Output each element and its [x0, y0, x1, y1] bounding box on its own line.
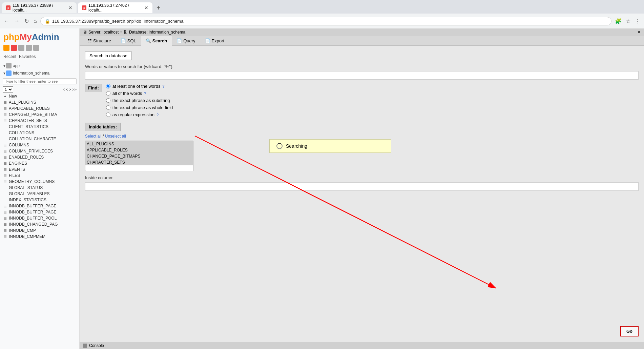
logo-text: phpMyAdmin	[3, 32, 59, 42]
db-info-icon	[6, 70, 12, 76]
sidebar-item-collations[interactable]: ☰ COLLATIONS	[0, 130, 79, 136]
tab-query[interactable]: 📄 Query	[172, 36, 200, 46]
browser-tab-1[interactable]: p 118.193.36.37:23889 / localh... ✕	[2, 2, 77, 13]
sidebar-tabs: Recent Favorites	[0, 53, 79, 60]
info-icon[interactable]	[18, 45, 24, 51]
console-bar[interactable]: Console	[80, 342, 644, 349]
table-option-character-sets[interactable]: CHARACTER_SETS	[85, 159, 193, 165]
forward-button[interactable]: →	[13, 17, 21, 25]
sidebar-item-index-statistics[interactable]: ☰ INDEX_STATISTICS	[0, 197, 79, 203]
radio-regex[interactable]	[106, 112, 110, 117]
sidebar-item-engines[interactable]: ☰ ENGINES	[0, 160, 79, 166]
search-words-input[interactable]	[85, 71, 639, 80]
table-option-changed-page[interactable]: CHANGED_PAGE_BITMAPS	[85, 153, 193, 159]
page-select[interactable]: 1	[3, 86, 13, 93]
reload-button[interactable]: ↻	[23, 17, 30, 26]
table-icon-2: ☰	[3, 112, 7, 117]
tab-search[interactable]: 🔍 Search	[141, 36, 172, 46]
sidebar-item-global-variables[interactable]: ☰ GLOBAL_VARIABLES	[0, 191, 79, 197]
help-atleast-icon[interactable]: ?	[162, 84, 164, 88]
option-all[interactable]: all of the words ?	[106, 91, 173, 96]
home-button[interactable]: ⌂	[32, 17, 38, 25]
extensions-button[interactable]: 🧩	[614, 17, 623, 26]
bookmark-button[interactable]: ☆	[624, 17, 632, 26]
sidebar-item-innodb-cmp[interactable]: ☰ INNODB_CMP	[0, 227, 79, 233]
tab-close-1[interactable]: ✕	[68, 5, 72, 11]
table-icon-10: ☰	[3, 161, 7, 166]
sidebar-item-new[interactable]: + New	[0, 93, 79, 99]
unselect-all-link[interactable]: Unselect all	[105, 134, 126, 139]
inside-column-input[interactable]	[85, 182, 639, 191]
radio-exact-sub[interactable]	[106, 98, 110, 103]
help-regex-icon[interactable]: ?	[157, 113, 159, 117]
option-exact-whole[interactable]: the exact phrase as whole field	[106, 105, 173, 110]
sidebar-item-all-plugins[interactable]: ☰ ALL_PLUGINS	[0, 99, 79, 105]
breadcrumb-db-icon: 🗄	[124, 30, 128, 35]
new-tab-button[interactable]: +	[154, 4, 163, 12]
radio-all[interactable]	[106, 91, 110, 96]
sidebar-item-collation-char[interactable]: ☰ COLLATION_CHARACTE	[0, 136, 79, 142]
sidebar-filter[interactable]	[3, 78, 77, 84]
tab-label-2: 118.193.36.37:27402 / localh...	[88, 3, 140, 13]
table-label-2: CHANGED_PAGE_BITMA	[9, 112, 57, 117]
tab-close-2[interactable]: ✕	[144, 5, 148, 11]
browser-tab-2[interactable]: p 118.193.36.37:27402 / localh... ✕	[78, 2, 152, 13]
sidebar-item-client-statistics[interactable]: ☰ CLIENT_STATISTICS	[0, 124, 79, 130]
table-icon-11: ☰	[3, 167, 7, 172]
help-all-icon[interactable]: ?	[144, 91, 146, 96]
sidebar-item-innodb-buffer-page2[interactable]: ☰ INNODB_BUFFER_PAGE	[0, 209, 79, 215]
sidebar-item-innodb-changed-pag[interactable]: ☰ INNODB_CHANGED_PAG	[0, 221, 79, 227]
db-icon[interactable]	[11, 45, 17, 51]
table-option-all-plugins[interactable]: ALL_PLUGINS	[85, 141, 193, 147]
sidebar-item-character-sets[interactable]: ☰ CHARACTER_SETS	[0, 118, 79, 124]
breadcrumb-sep1: »	[120, 30, 122, 35]
address-bar[interactable]: 🔒 118.193.36.37:23889/pma/db_search.php?…	[40, 17, 611, 25]
sidebar-tab-favorites[interactable]: Favorites	[19, 54, 36, 59]
home-icon[interactable]	[3, 45, 9, 51]
sidebar-item-innodb-buffer-page1[interactable]: ☰ INNODB_BUFFER_PAGE	[0, 203, 79, 209]
users-icon[interactable]	[33, 45, 39, 51]
filter-input[interactable]	[3, 78, 77, 84]
tab-export[interactable]: 📄 Export	[200, 36, 229, 46]
structure-tab-label: Structure	[93, 38, 111, 43]
tables-select[interactable]: ALL_PLUGINS APPLICABLE_ROLES CHANGED_PAG…	[85, 141, 193, 171]
sidebar-item-changed-page[interactable]: ☰ CHANGED_PAGE_BITMA	[0, 111, 79, 118]
sidebar-item-files[interactable]: ☰ FILES	[0, 172, 79, 179]
sidebar-item-innodb-cmpmem[interactable]: ☰ INNODB_CMPMEM	[0, 233, 79, 240]
back-button[interactable]: ←	[3, 17, 11, 25]
select-all-link[interactable]: Select all	[85, 134, 102, 139]
nav-arrows: < < > >>	[63, 87, 77, 91]
browser-actions: 🧩 ☆ ⋮	[614, 17, 641, 26]
new-icon: +	[3, 94, 7, 99]
option-regex[interactable]: as regular expression ?	[106, 112, 173, 117]
tab-sql[interactable]: 📄 SQL	[116, 36, 141, 46]
search-in-database-button[interactable]: Search in database	[85, 52, 132, 60]
sidebar-db-app[interactable]: ▼ app	[0, 62, 79, 69]
table-label-14: GLOBAL_STATUS	[9, 185, 43, 190]
sidebar-item-columns[interactable]: ☰ COLUMNS	[0, 142, 79, 148]
expand-info-icon: ▼	[3, 71, 6, 75]
table-label-21: INNODB_CMP	[9, 228, 36, 233]
sidebar-item-events[interactable]: ☰ EVENTS	[0, 166, 79, 172]
sidebar-item-innodb-buffer-pool[interactable]: ☰ INNODB_BUFFER_POOL	[0, 215, 79, 221]
browser-controls: ← → ↻ ⌂ 🔒 118.193.36.37:23889/pma/db_sea…	[0, 14, 644, 28]
console-label: Console	[89, 343, 104, 348]
sidebar-item-geometry-columns[interactable]: ☰ GEOMETRY_COLUMNS	[0, 179, 79, 185]
sidebar-item-enabled-roles[interactable]: ☰ ENABLED_ROLES	[0, 154, 79, 160]
option-exact-sub[interactable]: the exact phrase as substring	[106, 98, 173, 103]
tab-structure[interactable]: ☷ Structure	[83, 36, 116, 46]
radio-atleast[interactable]	[106, 84, 110, 88]
sidebar-item-global-status[interactable]: ☰ GLOBAL_STATUS	[0, 185, 79, 191]
table-option-applicable-roles[interactable]: APPLICABLE_ROLES	[85, 147, 193, 153]
breadcrumb-close[interactable]: ✕	[637, 30, 641, 35]
sidebar-tab-recent[interactable]: Recent	[3, 54, 16, 59]
settings-icon[interactable]	[26, 45, 32, 51]
sidebar-item-column-privileges[interactable]: ☰ COLUMN_PRIVILEGES	[0, 148, 79, 154]
browser-window: p 118.193.36.37:23889 / localh... ✕ p 11…	[0, 0, 644, 349]
sidebar-db-information-schema[interactable]: ▼ information_schema	[0, 69, 79, 77]
sidebar-item-applicable-roles[interactable]: ☰ APPLICABLE_ROLES	[0, 105, 79, 111]
go-button[interactable]: Go	[620, 326, 639, 336]
radio-exact-whole[interactable]	[106, 105, 110, 110]
option-atleast[interactable]: at least one of the words ?	[106, 84, 173, 89]
menu-button[interactable]: ⋮	[633, 17, 641, 26]
